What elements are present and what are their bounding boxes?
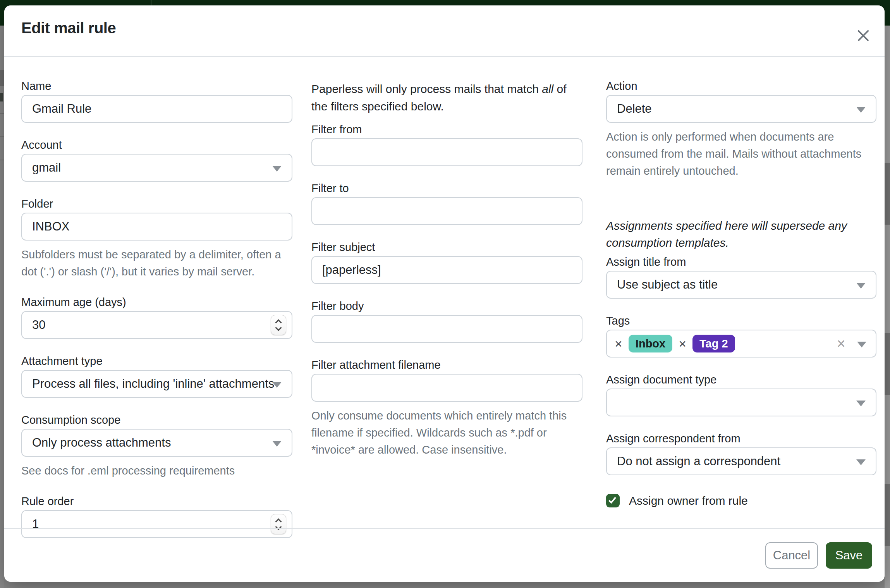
scrollbar-segment	[885, 484, 890, 546]
scrollbar-segment	[885, 163, 890, 225]
cancel-button[interactable]: Cancel	[765, 542, 818, 569]
screen: Edit mail rule Name Gmail Rule Account g…	[0, 0, 890, 588]
name-value: Gmail Rule	[32, 102, 91, 116]
assign-doc-type-select[interactable]	[606, 389, 876, 416]
filter-attachment-filename-help: Only consume documents which entirely ma…	[311, 407, 582, 458]
field-name: Name Gmail Rule	[21, 80, 292, 123]
page-fragment	[0, 70, 4, 86]
account-label: Account	[21, 139, 292, 151]
tags-select[interactable]: × Inbox × Tag 2 ×	[606, 330, 876, 358]
chevron-down-icon	[272, 382, 282, 388]
field-assign-correspondent: Assign correspondent from Do not assign …	[606, 433, 876, 475]
assign-title-select[interactable]: Use subject as title	[606, 271, 876, 299]
field-action: Action Delete Action is only performed w…	[606, 80, 876, 179]
name-label: Name	[21, 80, 292, 92]
filters-intro-text: Paperless will only process mails that m…	[311, 83, 542, 95]
filter-attachment-filename-label: Filter attachment filename	[311, 359, 582, 371]
field-attachment-type: Attachment type Process all files, inclu…	[21, 355, 292, 398]
page-title: Edit mail rule	[21, 19, 116, 37]
field-filter-from: Filter from	[311, 124, 582, 166]
chevron-down-icon	[856, 107, 866, 113]
clear-tags-icon[interactable]: ×	[837, 336, 845, 351]
max-age-value: 30	[32, 318, 45, 332]
chevron-down-icon	[856, 283, 866, 289]
action-select[interactable]: Delete	[606, 95, 876, 123]
consumption-scope-select[interactable]: Only process attachments	[21, 429, 292, 457]
folder-input[interactable]: INBOX	[21, 213, 292, 241]
assign-owner-checkbox[interactable]	[606, 494, 620, 507]
max-age-label: Maximum age (days)	[21, 296, 292, 308]
field-tags: Tags × Inbox × Tag 2 ×	[606, 315, 876, 358]
number-stepper[interactable]	[271, 315, 286, 335]
attachment-type-label: Attachment type	[21, 355, 292, 367]
chevron-down-icon	[856, 459, 866, 465]
page-fragment	[0, 160, 4, 160]
filters-intro: Paperless will only process mails that m…	[311, 80, 582, 115]
dialog-footer: Cancel Save	[4, 528, 885, 582]
filters-intro-italic: all	[542, 83, 553, 95]
chevron-down-icon	[272, 166, 282, 172]
account-value: gmail	[32, 161, 61, 175]
scrollbar-segment	[885, 333, 890, 395]
filter-subject-label: Filter subject	[311, 241, 582, 253]
filter-body-input[interactable]	[311, 315, 582, 343]
consumption-scope-value: Only process attachments	[32, 436, 171, 450]
field-account: Account gmail	[21, 139, 292, 182]
column-general: Name Gmail Rule Account gmail Folder INB…	[21, 62, 292, 554]
assign-correspondent-label: Assign correspondent from	[606, 433, 876, 444]
remove-tag-icon[interactable]: ×	[615, 337, 622, 350]
consumption-scope-label: Consumption scope	[21, 414, 292, 426]
action-value: Delete	[617, 102, 652, 116]
page-behind-left-sliver	[0, 26, 4, 588]
consumption-scope-help: See docs for .eml processing requirement…	[21, 462, 292, 479]
tag-pill-tag2: Tag 2	[692, 335, 735, 352]
save-button[interactable]: Save	[826, 542, 872, 569]
filter-to-input[interactable]	[311, 197, 582, 225]
field-filter-body: Filter body	[311, 300, 582, 343]
close-icon[interactable]	[851, 24, 875, 47]
filter-attachment-filename-input[interactable]	[311, 374, 582, 402]
field-filter-to: Filter to	[311, 182, 582, 225]
assign-correspondent-select[interactable]: Do not assign a correspondent	[606, 447, 876, 475]
page-fragment	[0, 136, 4, 137]
rule-order-label: Rule order	[21, 495, 292, 507]
chevron-down-icon	[857, 342, 866, 347]
page-behind-scrollbar	[885, 26, 890, 588]
filter-subject-value: [paperless]	[322, 263, 381, 277]
remove-tag-icon[interactable]: ×	[679, 337, 686, 350]
filter-to-label: Filter to	[311, 182, 582, 194]
field-max-age: Maximum age (days) 30	[21, 296, 292, 339]
attachment-type-select[interactable]: Process all files, including 'inline' at…	[21, 370, 292, 398]
assignments-note: Assignments specified here will supersed…	[606, 217, 876, 251]
assign-doc-type-label: Assign document type	[606, 374, 876, 385]
name-input[interactable]: Gmail Rule	[21, 95, 292, 123]
checkmark-icon	[608, 495, 616, 504]
chevron-down-icon	[272, 441, 282, 447]
filter-subject-input[interactable]: [paperless]	[311, 256, 582, 284]
assign-title-value: Use subject as title	[617, 278, 718, 292]
assign-correspondent-value: Do not assign a correspondent	[617, 454, 780, 468]
folder-value: INBOX	[32, 220, 69, 234]
field-consumption-scope: Consumption scope Only process attachmen…	[21, 414, 292, 479]
chevron-down-icon	[856, 401, 866, 406]
edit-mail-rule-dialog: Edit mail rule Name Gmail Rule Account g…	[4, 5, 885, 582]
field-assign-owner: Assign owner from rule	[606, 494, 876, 507]
page-fragment	[0, 93, 3, 101]
field-assign-title: Assign title from Use subject as title	[606, 256, 876, 299]
filter-from-input[interactable]	[311, 138, 582, 166]
field-filter-subject: Filter subject [paperless]	[311, 241, 582, 284]
column-actions: Action Delete Action is only performed w…	[606, 62, 876, 507]
action-label: Action	[606, 80, 876, 92]
attachment-type-value: Process all files, including 'inline' at…	[32, 377, 274, 391]
folder-label: Folder	[21, 198, 292, 210]
account-select[interactable]: gmail	[21, 154, 292, 182]
page-fragment	[0, 113, 4, 114]
tags-label: Tags	[606, 315, 876, 327]
folder-help: Subfolders must be separated by a delimi…	[21, 246, 292, 280]
max-age-input[interactable]: 30	[21, 311, 292, 339]
assign-owner-label[interactable]: Assign owner from rule	[629, 494, 748, 507]
filter-from-label: Filter from	[311, 124, 582, 135]
field-folder: Folder INBOX Subfolders must be separate…	[21, 198, 292, 280]
filter-body-label: Filter body	[311, 300, 582, 312]
dialog-header: Edit mail rule	[4, 5, 885, 57]
